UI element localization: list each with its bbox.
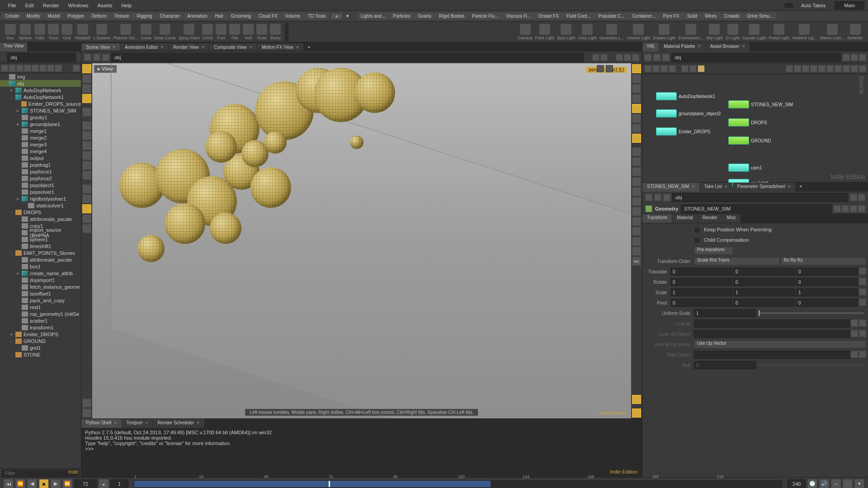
- network-view[interactable]: Indie Edition Scene AutoDopNetwork1STONE…: [642, 74, 868, 182]
- handle-icon[interactable]: [859, 278, 866, 285]
- param-nav-fwd-icon[interactable]: [654, 194, 661, 201]
- lasso-tool-icon[interactable]: [82, 74, 91, 83]
- tree-item[interactable]: +Emiter_DROPS: [0, 331, 81, 338]
- shelf-tab[interactable]: Particles: [389, 13, 414, 19]
- tree-item[interactable]: +STONES_NEW_SIM: [0, 107, 81, 114]
- tool-icon[interactable]: [82, 121, 91, 130]
- tree-item[interactable]: +rigidbodysolver1: [0, 195, 81, 202]
- chooser-icon[interactable]: [859, 330, 866, 337]
- shelf-tool-ambient lig...[interactable]: Ambient Lig...: [792, 24, 817, 40]
- shelf-tab[interactable]: Solid: [684, 13, 701, 19]
- shelf-tab[interactable]: Crowds: [721, 13, 743, 19]
- snap-tool-icon[interactable]: [82, 204, 91, 213]
- python-shell[interactable]: Python 2.7.5 (default, Oct 24 2013, 17:4…: [81, 428, 642, 477]
- keeppos-checkbox[interactable]: [694, 227, 700, 233]
- tree-item[interactable]: popforce1: [0, 168, 81, 175]
- network-tab[interactable]: /obj: [642, 42, 659, 52]
- tree-tool-icon[interactable]: [16, 65, 24, 72]
- menu-render[interactable]: Render: [38, 3, 64, 8]
- params-path-input[interactable]: [672, 193, 848, 202]
- tree-item[interactable]: popdrag1: [0, 161, 81, 168]
- tree-item[interactable]: popobject1: [0, 182, 81, 188]
- vp-display-icon[interactable]: [597, 65, 604, 72]
- network-node[interactable]: GROUND: [728, 136, 771, 145]
- vp-render-icon[interactable]: [600, 54, 608, 61]
- tree-item[interactable]: popforce2: [0, 175, 81, 182]
- px-input[interactable]: [670, 299, 732, 307]
- tz-input[interactable]: [796, 267, 858, 276]
- shelf-tab[interactable]: TD Tools: [304, 13, 329, 19]
- shelf-tool-portal light[interactable]: Portal Light: [769, 24, 789, 40]
- net-nav-fwd-icon[interactable]: [653, 54, 660, 61]
- tree-item[interactable]: rop_geometry1 (initGe: [0, 310, 81, 317]
- shelf-tab[interactable]: Deform: [88, 13, 110, 19]
- tree-item[interactable]: fetch_instance_geome: [0, 283, 81, 290]
- shelf-tab[interactable]: Container...: [629, 13, 659, 19]
- shelf-tab[interactable]: Rigging: [133, 13, 156, 19]
- tree-item[interactable]: popsolver1: [0, 188, 81, 195]
- info-icon[interactable]: [842, 205, 849, 212]
- net-tool-icon[interactable]: [786, 65, 793, 72]
- vp-opt-icon[interactable]: [616, 54, 623, 61]
- abc-icon[interactable]: abc: [632, 257, 641, 266]
- display-opt-icon[interactable]: [632, 207, 641, 216]
- pin-icon[interactable]: [80, 54, 80, 61]
- key-button[interactable]: ⬥: [99, 479, 108, 488]
- pathobj-input[interactable]: [694, 351, 850, 359]
- network-node[interactable]: Emiter_DROPS: [656, 127, 710, 136]
- params-tab[interactable]: STONES_NEW_SIM×: [642, 183, 699, 192]
- tree-item[interactable]: pack_and_copy: [0, 297, 81, 304]
- view-tool-icon[interactable]: [82, 108, 91, 117]
- display-opt-icon[interactable]: [632, 84, 641, 93]
- tree-item[interactable]: merge4: [0, 148, 81, 155]
- vp-opt-icon[interactable]: [632, 54, 639, 61]
- display-opt-icon[interactable]: [632, 395, 641, 404]
- params-subtab[interactable]: Transform: [642, 214, 672, 223]
- pretransform-select[interactable]: Pre-transform: [694, 247, 733, 255]
- pz-input[interactable]: [796, 299, 858, 307]
- shelf-tool-metaball[interactable]: Metaball: [75, 24, 90, 40]
- display-opt-icon[interactable]: [632, 237, 641, 246]
- add-tab-icon[interactable]: +: [796, 183, 806, 192]
- tool-icon[interactable]: [82, 224, 91, 233]
- shelf-tab[interactable]: Hair: [212, 13, 227, 19]
- tool-icon[interactable]: [82, 151, 91, 160]
- display-opt-icon[interactable]: [632, 94, 641, 103]
- shelf-tab[interactable]: Particle Flu...: [468, 13, 502, 19]
- shelf-tab[interactable]: Cloud FX: [255, 13, 281, 19]
- params-tab[interactable]: Parameter Spreadsheet×: [733, 183, 796, 192]
- net-tool-icon[interactable]: [835, 65, 842, 72]
- shelf-tool-grid[interactable]: Grid: [61, 24, 72, 40]
- display-opt-icon[interactable]: [632, 247, 641, 256]
- viewport-path-input[interactable]: [111, 53, 584, 62]
- shelf-tab[interactable]: Polygon: [64, 13, 88, 19]
- handle-icon[interactable]: [859, 299, 866, 306]
- display-opt-icon[interactable]: [632, 64, 641, 73]
- network-tab[interactable]: Material Palette×: [659, 42, 705, 52]
- shelf-tool-switcher[interactable]: Switcher: [847, 24, 863, 40]
- vp-help-icon[interactable]: [606, 65, 613, 72]
- shelf-tab[interactable]: Fluid Cont...: [563, 13, 594, 19]
- chooser-icon[interactable]: [851, 330, 858, 337]
- net-tool-icon[interactable]: [826, 65, 834, 72]
- network-node[interactable]: cam1: [728, 164, 762, 172]
- tree-item[interactable]: merge3: [0, 141, 81, 148]
- sy-input[interactable]: [733, 288, 795, 296]
- shelf-tab[interactable]: Wires: [701, 13, 720, 19]
- network-tab[interactable]: Asset Browser×: [706, 42, 750, 52]
- network-node[interactable]: DROPS: [728, 118, 767, 127]
- shelf-tool-geometry l...[interactable]: Geometry L...: [599, 24, 624, 40]
- tree-item[interactable]: gravity1: [0, 114, 81, 121]
- snap-tool-icon[interactable]: [82, 184, 91, 193]
- shelf-tool-volume light[interactable]: Volume Light: [627, 24, 650, 40]
- shelf-tab[interactable]: Texture: [111, 13, 133, 19]
- shelf-tab[interactable]: Modify: [23, 13, 43, 19]
- display-opt-icon[interactable]: [632, 134, 641, 143]
- roll-slider[interactable]: [759, 364, 864, 366]
- end-frame-input[interactable]: [788, 479, 806, 488]
- roll-input[interactable]: [694, 361, 756, 369]
- shelf-tool-area light[interactable]: Area Light: [578, 24, 597, 40]
- tree-item[interactable]: attribcreate_pscale: [0, 256, 81, 263]
- net-opt-icon[interactable]: [843, 54, 850, 61]
- shelf-tab[interactable]: Pyro FX: [660, 13, 683, 19]
